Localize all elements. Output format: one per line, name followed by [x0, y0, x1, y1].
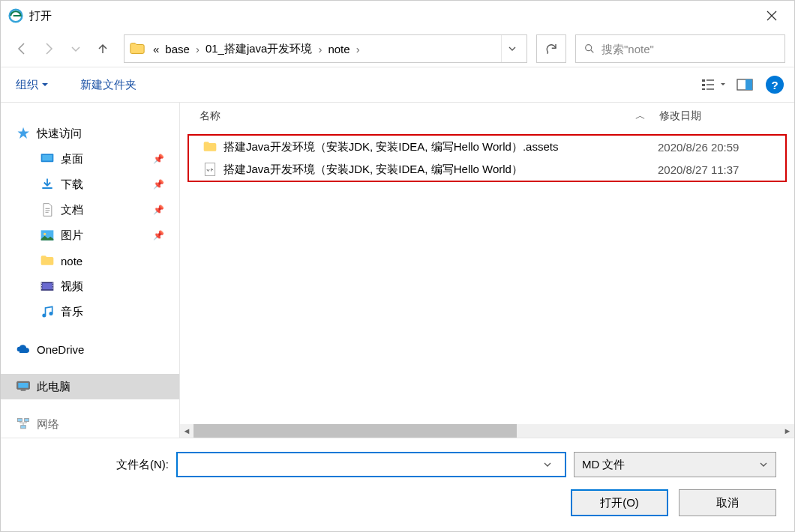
- preview-pane-button[interactable]: [731, 73, 758, 97]
- address-bar[interactable]: « base › 01_搭建java开发环境 › note ›: [124, 34, 527, 63]
- column-date[interactable]: 修改日期: [652, 109, 794, 123]
- sidebar-item-label: 文档: [61, 203, 83, 217]
- folder-icon: [129, 40, 146, 57]
- pictures-icon: [40, 228, 55, 243]
- filetype-label: MD 文件: [582, 458, 626, 472]
- sidebar-quick-access[interactable]: 快速访问: [1, 121, 179, 146]
- sidebar-item-label: 下载: [61, 178, 83, 192]
- sidebar-item-label: 快速访问: [37, 127, 82, 141]
- filename-dropdown[interactable]: [543, 460, 560, 469]
- file-date: 2020/8/26 20:59: [658, 141, 785, 154]
- sidebar-item-label: 网络: [37, 417, 59, 432]
- pin-icon: 📌: [153, 230, 164, 241]
- scroll-track[interactable]: [194, 424, 781, 438]
- filename-label: 文件名(N):: [94, 458, 169, 472]
- chevron-down-icon: [759, 460, 768, 469]
- folder-icon: [202, 139, 218, 154]
- svg-rect-12: [42, 283, 52, 289]
- filename-input-wrapper[interactable]: [176, 452, 566, 477]
- up-button[interactable]: [91, 37, 115, 61]
- svg-point-1: [586, 45, 592, 51]
- pin-icon: 📌: [153, 154, 164, 164]
- file-date: 2020/8/27 11:37: [658, 163, 785, 176]
- search-box[interactable]: [575, 34, 785, 63]
- sidebar-music[interactable]: 音乐: [1, 299, 179, 324]
- forward-button[interactable]: [37, 37, 61, 61]
- file-list[interactable]: 搭建Java开发环境（安装JDK, 安装IDEA, 编写Hello World）…: [180, 130, 794, 424]
- sidebar-videos[interactable]: 视频: [1, 273, 179, 299]
- breadcrumb-prefix[interactable]: «: [150, 41, 162, 57]
- star-icon: [16, 126, 31, 141]
- sidebar-onedrive[interactable]: OneDrive: [1, 336, 179, 362]
- view-mode-button[interactable]: [695, 73, 731, 97]
- file-pane: 名称 ︿ 修改日期 搭建Java开发环境（安装JDK, 安装IDEA, 编写He…: [180, 103, 794, 438]
- chevron-right-icon: ›: [315, 43, 325, 55]
- sidebar-item-label: 此电脑: [37, 380, 70, 394]
- sidebar-documents[interactable]: 文档 📌: [1, 197, 179, 223]
- svg-rect-4: [702, 88, 705, 90]
- breadcrumb-item[interactable]: base: [162, 41, 193, 57]
- organize-menu[interactable]: 组织: [11, 75, 53, 95]
- column-name[interactable]: 名称: [180, 109, 629, 123]
- new-folder-button[interactable]: 新建文件夹: [76, 75, 141, 95]
- horizontal-scrollbar[interactable]: ◄ ►: [180, 424, 794, 438]
- filetype-select[interactable]: MD 文件: [574, 452, 776, 477]
- folder-icon: [40, 253, 55, 268]
- svg-point-13: [42, 314, 46, 318]
- svg-rect-17: [21, 390, 26, 391]
- scroll-thumb[interactable]: [194, 424, 517, 438]
- address-dropdown[interactable]: [501, 35, 522, 62]
- filename-input[interactable]: [183, 459, 543, 471]
- svg-rect-21: [205, 163, 214, 176]
- file-row[interactable]: 搭建Java开发环境（安装JDK, 安装IDEA, 编写Hello World）…: [188, 134, 787, 158]
- help-button[interactable]: ?: [766, 76, 784, 94]
- desktop-icon: [40, 151, 55, 166]
- sort-indicator-icon: ︿: [629, 109, 652, 123]
- chevron-right-icon: ›: [353, 43, 363, 55]
- svg-rect-6: [746, 79, 752, 90]
- svg-rect-2: [702, 79, 705, 82]
- sidebar-item-label: 桌面: [61, 152, 83, 166]
- open-button[interactable]: 打开(O): [571, 489, 668, 516]
- refresh-button[interactable]: [536, 34, 566, 63]
- pin-icon: 📌: [153, 179, 164, 190]
- svg-point-14: [50, 312, 53, 315]
- cancel-button[interactable]: 取消: [679, 489, 776, 516]
- close-button[interactable]: [757, 1, 787, 31]
- search-icon: [584, 43, 596, 55]
- sidebar-note[interactable]: note: [1, 248, 179, 273]
- scroll-right-icon[interactable]: ►: [781, 424, 794, 438]
- search-input[interactable]: [602, 43, 777, 55]
- svg-rect-16: [18, 383, 28, 388]
- sidebar-network[interactable]: 网络: [1, 411, 179, 437]
- video-icon: [40, 279, 55, 294]
- toolbar: 组织 新建文件夹 ?: [1, 67, 794, 103]
- back-button[interactable]: [10, 37, 34, 61]
- sidebar-this-pc[interactable]: 此电脑: [1, 374, 179, 399]
- sidebar-downloads[interactable]: 下载 📌: [1, 172, 179, 197]
- sidebar-item-label: OneDrive: [37, 343, 84, 356]
- music-icon: [40, 304, 55, 319]
- bottom-panel: 文件名(N): MD 文件 打开(O) 取消: [1, 438, 794, 531]
- svg-rect-8: [42, 155, 52, 161]
- breadcrumb-item[interactable]: note: [325, 41, 352, 57]
- cloud-icon: [16, 342, 31, 357]
- title-bar: 打开: [1, 1, 794, 31]
- svg-rect-18: [18, 419, 22, 422]
- edge-icon: [8, 8, 23, 23]
- breadcrumb: « base › 01_搭建java开发环境 › note ›: [150, 40, 496, 58]
- window-title: 打开: [29, 9, 757, 23]
- file-row[interactable]: 搭建Java开发环境（安装JDK, 安装IDEA, 编写Hello World）…: [188, 158, 787, 182]
- recent-dropdown[interactable]: [64, 37, 88, 61]
- svg-rect-3: [702, 84, 705, 86]
- sidebar-desktop[interactable]: 桌面 📌: [1, 146, 179, 172]
- breadcrumb-item[interactable]: 01_搭建java开发环境: [202, 40, 316, 58]
- svg-rect-20: [21, 426, 26, 429]
- column-headers[interactable]: 名称 ︿ 修改日期: [180, 103, 794, 130]
- scroll-left-icon[interactable]: ◄: [180, 424, 194, 438]
- document-icon: [40, 202, 55, 217]
- chevron-right-icon: ›: [193, 43, 202, 55]
- sidebar-item-label: 图片: [61, 229, 83, 243]
- sidebar[interactable]: 快速访问 桌面 📌 下载 📌 文档 📌 图片 📌 note 视频: [1, 103, 180, 438]
- sidebar-pictures[interactable]: 图片 📌: [1, 223, 179, 248]
